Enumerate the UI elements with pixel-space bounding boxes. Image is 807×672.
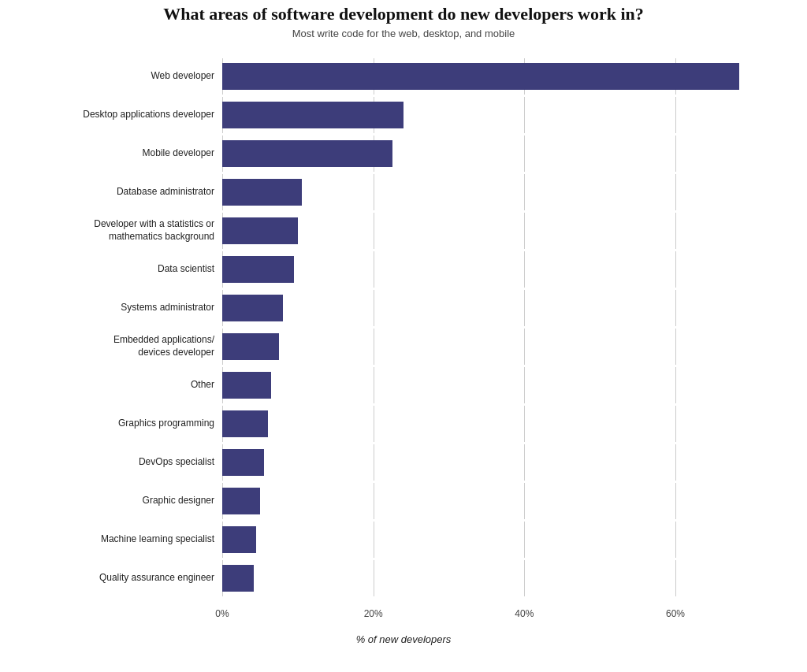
grid-line	[374, 560, 374, 596]
x-tick-label: 40%	[515, 608, 534, 619]
x-tick-label: 20%	[364, 608, 383, 619]
x-axis-area: 0%20%40%60%	[41, 605, 766, 629]
grid-line	[374, 367, 374, 403]
bar-track	[222, 367, 766, 403]
bar-track	[222, 522, 766, 558]
bar-label: Systems administrator	[41, 302, 222, 314]
grid-line	[675, 213, 676, 249]
grid-line	[374, 329, 374, 365]
grid-line	[675, 406, 676, 442]
bar-fill	[222, 526, 256, 553]
bar-row: Graphics programming	[41, 406, 766, 442]
x-tick-label: 0%	[215, 608, 229, 619]
bar-row: Desktop applications developer	[41, 97, 766, 133]
grid-line	[524, 290, 525, 326]
x-ticks: 0%20%40%60%	[222, 605, 766, 629]
bar-label: Quality assurance engineer	[41, 572, 222, 585]
bar-track	[222, 174, 766, 210]
bar-row: Graphic designer	[41, 483, 766, 519]
grid-line	[524, 560, 525, 596]
grid-line	[524, 136, 525, 172]
bar-label: Web developer	[41, 70, 222, 83]
bar-row: Mobile developer	[41, 136, 766, 172]
bar-track	[222, 560, 766, 596]
bar-label: Data scientist	[41, 263, 222, 276]
grid-line	[374, 406, 374, 442]
bar-label: Mobile developer	[41, 147, 222, 160]
grid-line	[374, 483, 374, 519]
grid-line	[524, 367, 525, 403]
bar-row: Database administrator	[41, 174, 766, 210]
bar-fill	[222, 565, 254, 592]
grid-line	[374, 444, 374, 481]
bar-label: Embedded applications/devices developer	[41, 334, 222, 358]
grid-line	[675, 522, 676, 558]
bar-row: Web developer	[41, 58, 766, 95]
bar-label: DevOps specialist	[41, 456, 222, 469]
bar-track	[222, 290, 766, 326]
bar-label: Graphics programming	[41, 418, 222, 430]
bar-label: Database administrator	[41, 186, 222, 199]
grid-line	[675, 483, 676, 519]
grid-line	[524, 444, 525, 481]
bar-track	[222, 136, 766, 172]
bar-label: Developer with a statistics ormathematic…	[41, 218, 222, 243]
grid-line	[675, 251, 676, 288]
bar-fill	[222, 256, 294, 283]
bar-fill	[222, 179, 302, 206]
bar-row: Systems administrator	[41, 290, 766, 326]
grid-line	[524, 406, 525, 442]
grid-line	[675, 367, 676, 403]
bar-track	[222, 329, 766, 365]
bar-fill	[222, 217, 298, 244]
bar-track	[222, 406, 766, 442]
grid-line	[675, 444, 676, 481]
bar-row: Developer with a statistics ormathematic…	[41, 213, 766, 249]
bar-fill	[222, 410, 268, 437]
grid-line	[675, 97, 676, 133]
bar-label: Graphic designer	[41, 495, 222, 507]
grid-line	[524, 522, 525, 558]
bar-label: Machine learning specialist	[41, 533, 222, 546]
bar-track	[222, 213, 766, 249]
chart-area: Web developerDesktop applications develo…	[41, 58, 766, 599]
grid-line	[374, 174, 374, 210]
bar-track	[222, 58, 766, 95]
bar-fill	[222, 140, 392, 167]
grid-line	[675, 290, 676, 326]
x-tick-label: 60%	[666, 608, 685, 619]
x-axis-title: % of new developers	[41, 633, 766, 645]
grid-line	[374, 522, 374, 558]
bar-fill	[222, 372, 271, 399]
bar-track	[222, 483, 766, 519]
grid-line	[524, 483, 525, 519]
bar-fill	[222, 449, 264, 476]
grid-line	[524, 97, 525, 133]
bar-track	[222, 251, 766, 288]
bar-track	[222, 97, 766, 133]
grid-line	[524, 329, 525, 365]
bar-fill	[222, 488, 260, 514]
grid-line	[524, 251, 525, 288]
grid-line	[675, 329, 676, 365]
bar-fill	[222, 102, 404, 128]
bar-fill	[222, 63, 739, 90]
grid-line	[524, 213, 525, 249]
chart-subtitle: Most write code for the web, desktop, an…	[41, 28, 766, 39]
grid-line	[524, 174, 525, 210]
grid-line	[374, 213, 374, 249]
bar-row: Other	[41, 367, 766, 403]
bar-fill	[222, 295, 283, 321]
grid-line	[374, 290, 374, 326]
bar-label: Other	[41, 379, 222, 392]
bar-row: Data scientist	[41, 251, 766, 288]
bar-row: Embedded applications/devices developer	[41, 329, 766, 365]
bar-fill	[222, 333, 279, 360]
bar-track	[222, 444, 766, 481]
bar-row: DevOps specialist	[41, 444, 766, 481]
chart-title: What areas of software development do ne…	[41, 4, 766, 24]
bar-row: Quality assurance engineer	[41, 560, 766, 596]
grid-line	[675, 174, 676, 210]
grid-line	[675, 560, 676, 596]
bar-row: Machine learning specialist	[41, 522, 766, 558]
